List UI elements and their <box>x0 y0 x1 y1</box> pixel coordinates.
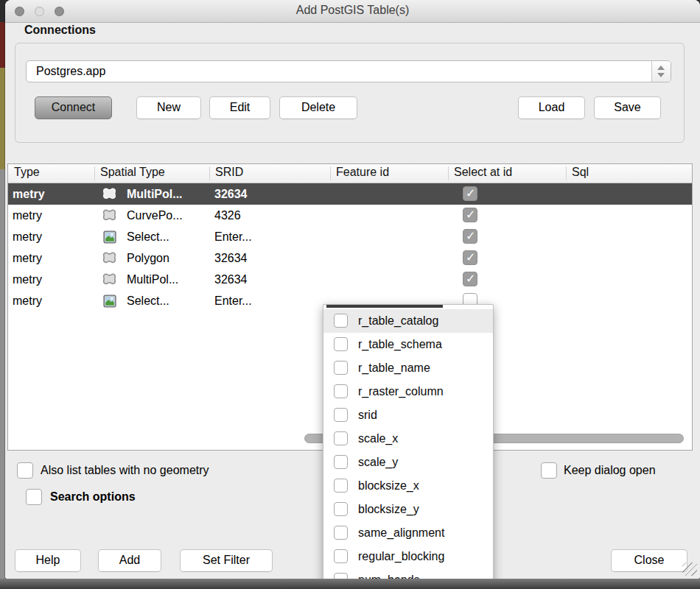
cell-srid: 32634 <box>214 247 248 269</box>
table-row[interactable]: metryMultiPol...32634 <box>8 183 692 205</box>
keep-dialog-open-checkbox[interactable] <box>541 462 557 479</box>
save-button[interactable]: Save <box>594 96 661 119</box>
help-button[interactable]: Help <box>15 549 81 572</box>
connection-select[interactable]: Postgres.app <box>26 60 671 82</box>
select-at-id-checkbox[interactable] <box>463 272 477 286</box>
dropdown-item-checkbox[interactable] <box>334 408 348 422</box>
set-filter-button[interactable]: Set Filter <box>180 549 273 572</box>
dropdown-item-label: blocksize_y <box>358 498 419 521</box>
dropdown-item-label: r_table_name <box>358 356 430 380</box>
dropdown-item-checkbox[interactable] <box>334 337 348 351</box>
new-button[interactable]: New <box>136 96 201 119</box>
dropdown-anchor-edge <box>326 305 443 308</box>
cell-type: metry <box>13 205 42 226</box>
dropdown-item[interactable]: r_table_catalog <box>323 309 493 333</box>
cell-srid: 4326 <box>214 205 241 226</box>
table-row[interactable]: metryPolygon32634 <box>8 247 692 269</box>
chevron-up-icon <box>657 66 665 70</box>
cell-srid: 32634 <box>214 183 248 205</box>
cell-spatial-type: MultiPol... <box>127 269 178 290</box>
resize-grip-icon[interactable] <box>682 562 697 576</box>
also-list-tables-label: Also list tables with no geometry <box>41 464 209 477</box>
add-postgis-dialog: Add PostGIS Table(s) Connections Postgre… <box>5 0 700 579</box>
polygon-icon <box>101 207 119 225</box>
dropdown-items: r_table_catalogr_table_schemar_table_nam… <box>323 309 493 589</box>
dropdown-item[interactable]: r_table_schema <box>323 333 493 356</box>
dropdown-item[interactable]: scale_x <box>323 427 493 451</box>
raster-icon <box>101 228 119 246</box>
polygon-icon <box>101 250 119 267</box>
polygon-icon <box>101 271 119 289</box>
column-header-select-at-id[interactable]: Select at id <box>454 166 512 179</box>
dropdown-item[interactable]: blocksize_y <box>323 498 493 521</box>
column-header-spatial-type[interactable]: Spatial Type <box>100 166 165 179</box>
dropdown-item-checkbox[interactable] <box>334 549 348 563</box>
dropdown-item[interactable]: regular_blocking <box>323 545 493 568</box>
tables-list-header[interactable]: Type Spatial Type SRID Feature id Select… <box>8 164 692 183</box>
cell-srid: 32634 <box>214 269 248 290</box>
close-button[interactable]: Close <box>611 549 687 572</box>
dropdown-item[interactable]: blocksize_x <box>323 474 493 498</box>
add-button[interactable]: Add <box>98 549 161 572</box>
chevron-down-icon <box>657 73 665 77</box>
dropdown-item[interactable]: same_alignment <box>323 521 493 545</box>
cell-spatial-type: MultiPol... <box>127 183 183 205</box>
dropdown-item-checkbox[interactable] <box>334 431 348 445</box>
dropdown-item-checkbox[interactable] <box>334 479 348 493</box>
combo-stepper-icon[interactable] <box>651 61 671 82</box>
select-at-id-checkbox[interactable] <box>463 208 477 222</box>
raster-icon <box>101 292 119 310</box>
dropdown-item-checkbox[interactable] <box>334 384 348 398</box>
column-header-feature-id[interactable]: Feature id <box>336 166 389 179</box>
cell-spatial-type: Select... <box>127 226 169 247</box>
select-at-id-checkbox[interactable] <box>463 186 477 201</box>
dropdown-item-checkbox[interactable] <box>334 502 348 516</box>
connect-button[interactable]: Connect <box>35 96 112 119</box>
keep-dialog-open-label: Keep dialog open <box>564 464 656 477</box>
dropdown-item-label: r_raster_column <box>358 380 444 403</box>
cell-spatial-type: CurvePo... <box>127 205 183 226</box>
cell-srid: Enter... <box>214 290 252 311</box>
dropdown-item[interactable]: r_raster_column <box>323 380 493 403</box>
dropdown-item-checkbox[interactable] <box>334 455 348 469</box>
also-list-tables-checkbox[interactable] <box>17 462 33 479</box>
table-row[interactable]: metrySelect...Enter... <box>8 226 692 247</box>
dropdown-item[interactable]: scale_y <box>323 451 493 474</box>
cell-srid: Enter... <box>214 226 252 247</box>
feature-id-dropdown: r_table_catalogr_table_schemar_table_nam… <box>323 304 494 589</box>
select-at-id-checkbox[interactable] <box>463 229 477 244</box>
connection-selected-value: Postgres.app <box>36 61 105 82</box>
cell-type: metry <box>13 290 42 311</box>
dropdown-item-checkbox[interactable] <box>334 526 348 540</box>
search-options-label: Search options <box>50 490 136 504</box>
column-header-sql[interactable]: Sql <box>572 166 589 179</box>
cell-type: metry <box>13 183 45 205</box>
table-row[interactable]: metryCurvePo...4326 <box>8 205 692 226</box>
table-row[interactable]: metryMultiPol...32634 <box>8 269 692 290</box>
cell-type: metry <box>13 226 42 247</box>
dropdown-item[interactable]: srid <box>323 403 493 427</box>
dropdown-item-label: scale_y <box>358 451 398 474</box>
cell-type: metry <box>13 269 42 290</box>
dropdown-item-checkbox[interactable] <box>334 314 348 328</box>
cell-spatial-type: Polygon <box>127 247 169 269</box>
column-header-srid[interactable]: SRID <box>215 166 243 179</box>
cell-spatial-type: Select... <box>127 290 169 311</box>
search-options-checkbox[interactable] <box>26 489 42 505</box>
cell-type: metry <box>13 247 42 269</box>
title-bar[interactable]: Add PostGIS Table(s) <box>5 0 700 23</box>
dropdown-item[interactable]: r_table_name <box>323 356 493 380</box>
column-header-type[interactable]: Type <box>14 166 40 179</box>
edit-button[interactable]: Edit <box>209 96 270 119</box>
connections-groupbox <box>15 43 685 143</box>
load-button[interactable]: Load <box>518 96 585 119</box>
dropdown-item-checkbox[interactable] <box>334 361 348 375</box>
multipolygon-icon <box>101 186 119 203</box>
dropdown-item-label: regular_blocking <box>358 545 444 568</box>
dropdown-item-label: scale_x <box>358 427 398 451</box>
dialog-title: Add PostGIS Table(s) <box>5 4 700 17</box>
dropdown-item-label: r_table_schema <box>358 333 442 356</box>
delete-button[interactable]: Delete <box>279 96 357 119</box>
dropdown-item-label: blocksize_x <box>358 474 419 498</box>
select-at-id-checkbox[interactable] <box>463 250 477 265</box>
